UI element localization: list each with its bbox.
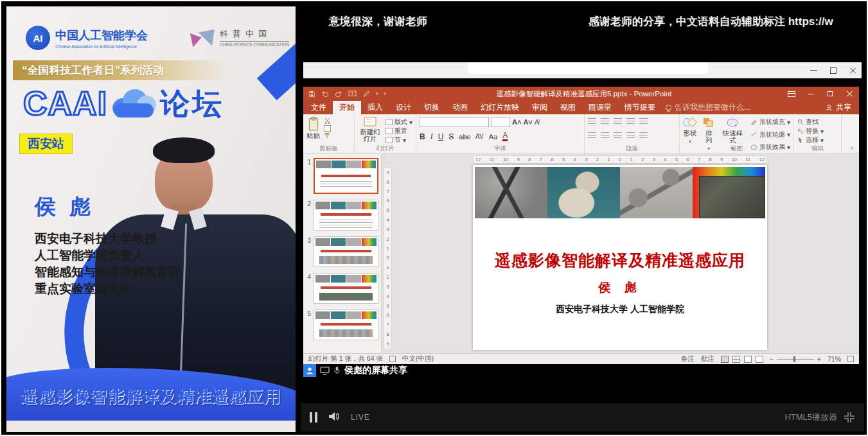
tab-review[interactable]: 审阅 [526,101,554,114]
slide-thumbnail-preview[interactable] [314,236,378,267]
align-center-icon[interactable] [601,132,609,140]
slide-thumbnail[interactable]: 4 [305,273,378,304]
slide-thumbnail-preview[interactable] [314,273,378,304]
tell-me-box[interactable]: 告诉我您想要做什么... [666,101,750,114]
slide-thumbnail[interactable]: 2 [305,200,378,231]
char-spacing-button[interactable]: AV [475,133,484,140]
change-case-button[interactable]: Aa [489,133,497,141]
bullets-icon[interactable] [588,118,596,126]
slide-thumbnail-preview[interactable] [314,310,378,340]
slide-thumbnail-preview[interactable] [314,158,378,194]
slide-number: 1 [305,158,311,194]
slide-thumbnail-preview[interactable] [314,200,378,231]
tab-view[interactable]: 视图 [554,101,582,114]
undo-icon[interactable] [321,91,329,98]
slide-thumbnail[interactable]: 1 [305,158,378,194]
strikethrough-button[interactable]: abc [459,133,470,141]
shape-fill-button[interactable]: 形状填充 [759,118,785,126]
qat-dropdown-icon[interactable]: ▾ [376,91,378,96]
decrease-font-icon[interactable]: A˅ [523,118,532,126]
share-button[interactable]: 共享 [818,101,859,114]
indent-increase-icon[interactable] [626,118,635,126]
ribbon-display-options-icon[interactable] [782,87,801,101]
maximize-icon[interactable] [830,67,837,74]
tab-rain-classroom[interactable]: 雨课堂 [582,101,618,114]
format-painter-icon[interactable] [324,132,330,139]
reading-view-icon[interactable] [744,356,752,363]
tab-transitions[interactable]: 切换 [418,101,446,114]
notes-toggle[interactable]: 备注 [681,354,695,363]
slide-thumbnail[interactable]: 3 [305,236,378,267]
indent-decrease-icon[interactable] [614,118,622,126]
line-spacing-icon[interactable] [639,118,648,126]
font-color-button[interactable]: A [502,132,508,141]
kepu-bird-icon [191,28,216,48]
pause-button[interactable] [310,412,317,423]
reset-button[interactable]: 重置 [394,126,407,135]
close-icon[interactable] [849,67,856,74]
minimize-icon[interactable] [810,70,817,71]
exit-fullscreen-icon[interactable] [844,412,855,423]
font-name-combobox[interactable] [420,117,489,127]
slideshow-view-icon[interactable] [756,356,763,363]
slide-thumbnail-panel[interactable]: 1 2 3 [303,154,382,353]
new-slide-button[interactable]: 新建幻灯片 [358,117,382,145]
shape-outline-button[interactable]: 形状轮廓 [759,130,785,139]
columns-icon[interactable] [639,132,648,140]
find-button[interactable]: 查找 [806,118,819,126]
clear-formatting-icon[interactable]: A̸ [535,118,539,126]
tab-design[interactable]: 设计 [389,101,418,114]
slide-editing-area[interactable]: 1211109876543210123456789101112 98765432… [382,154,859,353]
underline-button[interactable]: U [438,132,444,141]
zoom-level[interactable]: 71% [828,355,841,363]
tab-file[interactable]: 文件 [305,101,333,114]
select-button[interactable]: 选择 [806,135,819,144]
slide-canvas[interactable]: 遥感影像智能解译及精准遥感应用 侯 彪 西安电子科技大学 人工智能学院 [473,165,767,350]
redo-icon[interactable] [335,91,342,98]
slide-thumbnail[interactable]: 5 [305,310,378,340]
caai-org-name-cn: 中国人工智能学会 [55,28,148,43]
live-video-panel[interactable]: 意境很深，谢谢老师 感谢老师的分享，中文语料自动辅助标注 https://w ▾ [301,6,864,432]
ppt-close-icon[interactable] [840,87,859,101]
italic-button[interactable]: I [430,132,433,141]
normal-view-icon[interactable] [721,356,729,363]
lightbulb-icon [666,105,671,110]
comments-toggle[interactable]: 批注 [701,354,714,363]
paste-button[interactable]: 粘贴 [306,117,320,139]
tab-insert[interactable]: 插入 [361,101,389,114]
tab-home[interactable]: 开始 [333,101,361,114]
cut-icon[interactable] [324,118,331,124]
ppt-restore-icon[interactable] [820,87,840,101]
collapse-ribbon-icon[interactable]: ˄ [851,145,854,152]
sar-airport-image [475,167,547,218]
volume-icon[interactable] [328,411,341,424]
accessibility-icon[interactable] [389,356,396,362]
section-button[interactable]: 节 [394,135,401,144]
layout-button[interactable]: 版式 [394,118,407,126]
tab-animations[interactable]: 动画 [446,101,474,114]
font-size-combobox[interactable] [491,117,510,127]
slide-sorter-view-icon[interactable] [732,356,740,363]
save-icon[interactable] [308,91,315,98]
ink-pen-icon[interactable] [362,91,370,98]
copy-icon[interactable] [324,125,331,132]
slide-number: 3 [305,236,311,267]
tab-slideshow[interactable]: 幻灯片放映 [474,101,526,114]
tab-storyboard[interactable]: 情节提要 [618,101,662,114]
shadow-button[interactable]: S [448,132,454,141]
replace-button[interactable]: 替换 [806,126,819,135]
align-left-icon[interactable] [588,132,596,140]
bold-button[interactable]: B [420,132,425,141]
slide-title-text: 遥感影像智能解译及精准遥感应用 [473,250,767,271]
ppt-minimize-icon[interactable] [801,87,820,101]
align-right-icon[interactable] [614,132,622,140]
justify-icon[interactable] [626,132,635,140]
increase-font-icon[interactable]: A˄ [512,118,521,126]
paragraph-group: 段落 [585,114,680,153]
fit-to-window-icon[interactable] [847,356,854,362]
zoom-slider[interactable]: −+ [770,355,821,363]
start-slideshow-icon[interactable] [348,91,357,98]
harbor-aerial-image [547,167,620,218]
language-indicator[interactable]: 中文(中国) [402,354,434,363]
numbering-icon[interactable] [601,118,609,126]
